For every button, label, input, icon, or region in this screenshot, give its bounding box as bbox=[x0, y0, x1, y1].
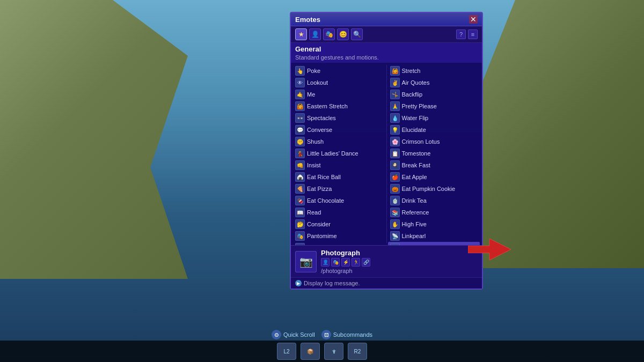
item-label: Poke bbox=[307, 68, 320, 74]
red-arrow bbox=[468, 233, 511, 265]
item-icon: 📷 bbox=[390, 243, 400, 245]
bg-cliff-left bbox=[0, 0, 188, 279]
item-icon: 🍫 bbox=[295, 196, 305, 205]
item-label: Lookout bbox=[307, 79, 328, 86]
taskbar-btn-4[interactable]: R2 bbox=[348, 343, 367, 360]
item-label: Shush bbox=[307, 138, 324, 145]
item-label: Pretty Please bbox=[402, 103, 437, 109]
item-icon: 🤙 bbox=[295, 90, 305, 99]
item-icon: 🤫 bbox=[295, 137, 305, 146]
list-item[interactable]: 🤫Shush bbox=[293, 136, 385, 147]
item-label: Air Quotes bbox=[402, 79, 430, 86]
list-item[interactable]: 💧Water Flip bbox=[388, 112, 480, 124]
list-item[interactable]: 🍎Eat Apple bbox=[388, 171, 480, 183]
item-icon: 🍕 bbox=[295, 184, 305, 194]
list-item[interactable]: 📖Read bbox=[293, 206, 385, 218]
item-label: Photograph bbox=[402, 245, 433, 245]
list-item[interactable]: 📋Tomestone bbox=[388, 147, 480, 159]
left-column: 👆Poke 👁Lookout 🤙Me 🙆Eastern Stretch 👓Spe… bbox=[293, 65, 385, 243]
toolbar-favorites-icon[interactable]: ★ bbox=[295, 28, 307, 40]
toolbar-character-icon[interactable]: 👤 bbox=[309, 28, 321, 40]
taskbar-btn-2[interactable]: 📦 bbox=[301, 343, 320, 360]
item-icon: 🍎 bbox=[390, 172, 400, 182]
item-icon: 👊 bbox=[295, 160, 305, 170]
detail-command: /photograph bbox=[321, 268, 478, 274]
item-icon: ✋ bbox=[390, 219, 400, 229]
item-icon: 🤔 bbox=[295, 219, 305, 229]
list-item[interactable]: 🤸Backflip bbox=[388, 88, 480, 100]
item-icon: 💃 bbox=[295, 149, 305, 158]
panel-titlebar: Emotes ✕ bbox=[291, 13, 482, 26]
item-label: Eat Pumpkin Cookie bbox=[402, 186, 456, 192]
item-label: Consider bbox=[307, 221, 331, 227]
item-label: Converse bbox=[307, 127, 332, 133]
list-item[interactable]: ✌Air Quotes bbox=[388, 77, 480, 88]
list-item[interactable]: 👓Spectacles bbox=[293, 112, 385, 124]
item-label: Insist bbox=[307, 162, 321, 168]
taskbar-btn-3[interactable]: 🗡 bbox=[324, 343, 343, 360]
list-item[interactable]: 📡Linkpearl bbox=[388, 230, 480, 242]
item-icon: 🎃 bbox=[390, 184, 400, 194]
taskbar-btn-1[interactable]: L2 bbox=[277, 343, 296, 360]
item-label: Crimson Lotus bbox=[402, 138, 440, 145]
toolbar-settings-icon[interactable]: ≡ bbox=[468, 29, 478, 39]
item-icon: 🙆 bbox=[390, 66, 400, 76]
item-icon: 📚 bbox=[390, 208, 400, 217]
list-item[interactable]: 💡Elucidate bbox=[388, 124, 480, 136]
item-label: Break Fast bbox=[402, 162, 430, 168]
list-item[interactable]: 👊Insist bbox=[293, 159, 385, 171]
list-item[interactable]: 🍕Eat Pizza bbox=[293, 183, 385, 195]
list-item[interactable]: ✨Advent of Light bbox=[293, 242, 385, 245]
toolbar-search-icon[interactable]: 🔍 bbox=[351, 28, 363, 40]
item-icon: 🤸 bbox=[390, 90, 400, 99]
taskbar: L2 📦 🗡 R2 bbox=[0, 341, 644, 362]
list-item[interactable]: 🎃Eat Pumpkin Cookie bbox=[388, 183, 480, 195]
list-item[interactable]: 🙏Pretty Please bbox=[388, 100, 480, 112]
footer-info-icon: ▶ bbox=[295, 280, 302, 286]
list-item[interactable]: 🍙Eat Rice Ball bbox=[293, 171, 385, 183]
list-item[interactable]: 🎭Pantomime bbox=[293, 230, 385, 242]
item-icon: 🍙 bbox=[295, 172, 305, 182]
list-item[interactable]: 🙆Stretch bbox=[388, 65, 480, 77]
list-item[interactable]: 📚Reference bbox=[388, 206, 480, 218]
item-label: Linkpearl bbox=[402, 233, 426, 239]
list-item[interactable]: 🙆Eastern Stretch bbox=[293, 100, 385, 112]
item-icon: ✌ bbox=[390, 78, 400, 87]
emotes-panel: Emotes ✕ ★ 👤 🎭 😊 🔍 ? ≡ General Standard … bbox=[290, 12, 483, 290]
list-item[interactable]: 🤔Consider bbox=[293, 218, 385, 230]
subcommands-label: Subcommands bbox=[333, 331, 372, 338]
panel-footer: ▶ Display log message. bbox=[291, 277, 482, 289]
list-item[interactable]: 👆Poke bbox=[293, 65, 385, 77]
detail-title: Photograph bbox=[321, 249, 478, 257]
item-icon: 🙏 bbox=[390, 101, 400, 111]
list-item[interactable]: 👁Lookout bbox=[293, 77, 385, 88]
subcommands-hint: ⊡ Subcommands bbox=[321, 330, 372, 339]
item-label: Drink Tea bbox=[402, 197, 427, 204]
list-item[interactable]: 🍫Eat Chocolate bbox=[293, 195, 385, 206]
detail-content: Photograph 👤 🎭 ⚡ 🏃 🔗 /photograph bbox=[321, 249, 478, 274]
list-item[interactable]: 🍵Drink Tea bbox=[388, 195, 480, 206]
item-label: Elucidate bbox=[402, 127, 426, 133]
detail-small-icon: 🔗 bbox=[362, 258, 370, 267]
item-icon: 💡 bbox=[390, 125, 400, 135]
list-item[interactable]: 💬Converse bbox=[293, 124, 385, 136]
item-icon: 👓 bbox=[295, 113, 305, 123]
item-icon: 🍵 bbox=[390, 196, 400, 205]
toolbar-emotes-icon[interactable]: 🎭 bbox=[323, 28, 335, 40]
item-label: Eat Apple bbox=[402, 174, 427, 180]
list-item[interactable]: 🤙Me bbox=[293, 88, 385, 100]
list-item-photograph[interactable]: 📷Photograph bbox=[388, 242, 480, 245]
item-icon: 💬 bbox=[295, 125, 305, 135]
quick-scroll-button: ⊙ bbox=[272, 330, 281, 339]
item-label: Tomestone bbox=[402, 150, 431, 157]
list-item[interactable]: 🌸Crimson Lotus bbox=[388, 136, 480, 147]
close-button[interactable]: ✕ bbox=[469, 15, 478, 24]
toolbar-help-icon[interactable]: ? bbox=[456, 29, 466, 39]
item-icon: 👆 bbox=[295, 66, 305, 76]
item-label: Reference bbox=[402, 209, 429, 216]
toolbar-expressions-icon[interactable]: 😊 bbox=[337, 28, 349, 40]
list-item[interactable]: ✋High Five bbox=[388, 218, 480, 230]
panel-toolbar: ★ 👤 🎭 😊 🔍 ? ≡ bbox=[291, 26, 482, 43]
list-item[interactable]: 💃Little Ladies' Dance bbox=[293, 147, 385, 159]
list-item[interactable]: 🍳Break Fast bbox=[388, 159, 480, 171]
